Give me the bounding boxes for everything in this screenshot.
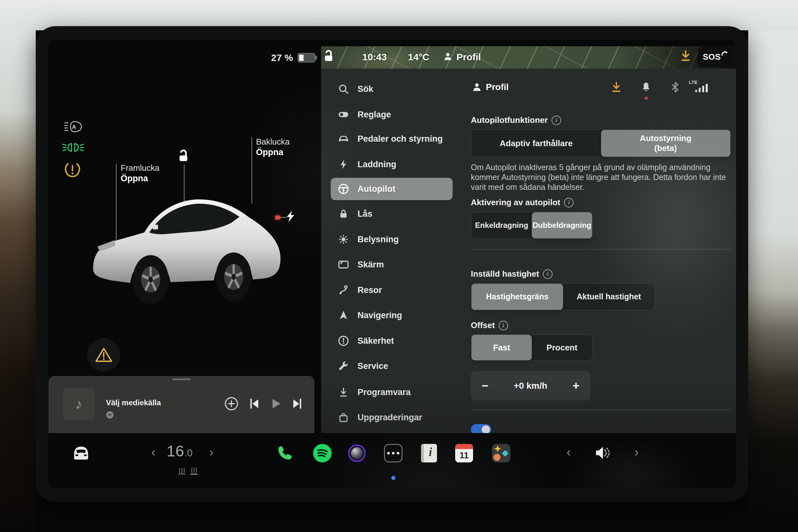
charge-callout-line: [280, 217, 287, 217]
media-player: ♪ Välj mediekälla: [49, 376, 315, 433]
info-icon[interactable]: i: [543, 269, 553, 279]
temp-value: 16: [167, 443, 184, 459]
temp-decimal: .0: [184, 448, 192, 459]
spotify-app-icon[interactable]: [312, 443, 332, 463]
section-title-aktivering: Aktivering av autopilot i: [471, 197, 574, 207]
previous-track-icon[interactable]: [248, 398, 261, 410]
wrench-icon: [338, 360, 349, 372]
outside-temperature: 14°C: [408, 52, 429, 62]
sidebar-item-reglage[interactable]: Reglage: [321, 103, 461, 126]
settings-panel: Sök Reglage Pedaler och styrning Laddnin…: [321, 69, 736, 433]
sidebar-item-las[interactable]: Lås: [321, 203, 461, 225]
bolt-icon: [338, 158, 349, 170]
album-art-placeholder[interactable]: ♪: [63, 388, 95, 420]
svg-text:A: A: [72, 124, 76, 130]
stepper-plus-button[interactable]: +: [573, 379, 580, 393]
notification-badge-dot: [645, 97, 648, 99]
battery-percent: 27 %: [240, 52, 293, 63]
add-circle-icon[interactable]: [224, 397, 239, 411]
sidebar-item-sok[interactable]: Sök: [321, 78, 461, 100]
parking-lights-icon: [62, 141, 84, 154]
manual-app-icon[interactable]: i: [421, 444, 437, 462]
sos-phone-icon: [721, 51, 728, 58]
warning-triangle-icon: [94, 347, 113, 363]
toggle-icon: [338, 109, 349, 120]
charge-port-light: [275, 215, 280, 220]
display-icon: [338, 259, 349, 270]
info-icon[interactable]: i: [499, 321, 508, 330]
calendar-app-icon[interactable]: 11: [455, 444, 473, 462]
sidebar-item-laddning[interactable]: Laddning: [321, 153, 461, 175]
segment-enkeldragning[interactable]: Enkeldragning: [472, 212, 532, 239]
camera-app-icon[interactable]: [347, 443, 367, 463]
battery-icon: [298, 53, 316, 62]
header-download-icon[interactable]: [610, 81, 623, 94]
sidebar-item-resor[interactable]: Resor: [321, 279, 461, 301]
volume-up-chevron[interactable]: ›: [634, 445, 639, 459]
info-icon[interactable]: i: [564, 198, 574, 207]
front-wheel: [133, 255, 169, 304]
sidebar-item-uppgraderingar[interactable]: Uppgraderingar: [321, 406, 461, 429]
media-source-button[interactable]: Välj mediekälla: [106, 398, 161, 407]
upgrades-bag-icon: [338, 412, 349, 423]
unlocked-icon: [323, 50, 334, 62]
sidebar-item-service[interactable]: Service: [321, 355, 461, 377]
sidebar-item-pedaler-och-styrning[interactable]: Pedaler och styrning: [321, 127, 461, 151]
tesla-touchscreen: 27 % 10:43 14°C Profil SOS: [48, 40, 736, 488]
bluetooth-icon[interactable]: [670, 81, 680, 94]
divider: [471, 249, 731, 250]
info-icon[interactable]: i: [552, 116, 561, 125]
safety-icon: [338, 335, 349, 347]
dashboard-wood-left: [0, 30, 36, 532]
defrost-rear-icon[interactable]: [190, 467, 198, 475]
weather-app-icon[interactable]: [492, 444, 510, 462]
sos-label: SOS: [703, 52, 721, 62]
rear-wheel: [216, 252, 251, 301]
phone-app-icon[interactable]: [277, 445, 293, 461]
divider: [471, 410, 731, 410]
temp-increase-chevron[interactable]: ›: [209, 445, 213, 459]
software-update-download-icon[interactable]: [679, 49, 692, 63]
brightness-icon: [338, 234, 349, 245]
play-icon[interactable]: [270, 398, 282, 410]
cabin-temperature-control[interactable]: 16.0: [167, 442, 192, 460]
media-drag-handle[interactable]: [172, 379, 191, 380]
stepper-minus-button[interactable]: −: [482, 379, 488, 393]
segment-hastighetsgrans[interactable]: Hastighetsgräns: [472, 284, 563, 310]
profile-person-icon[interactable]: [443, 52, 453, 61]
section-title-offset: Offset i: [471, 320, 508, 330]
warning-alerts-button[interactable]: [87, 338, 120, 372]
volume-speaker-icon[interactable]: [594, 445, 610, 460]
segment-autostyrning-beta[interactable]: Autostyrning (beta): [601, 130, 730, 157]
sidebar-item-sakerhet[interactable]: Säkerhet: [321, 330, 461, 352]
dock-car-controls-icon[interactable]: [71, 443, 91, 462]
defrost-front-icon[interactable]: [177, 467, 186, 475]
sidebar-item-navigering[interactable]: Navigering: [321, 304, 461, 326]
partially-visible-toggle[interactable]: [471, 424, 491, 433]
sos-button[interactable]: SOS: [698, 46, 733, 67]
sidebar-item-programvara[interactable]: Programvara: [321, 381, 461, 403]
spotify-mini-icon: [106, 411, 114, 419]
sidebar-item-belysning[interactable]: Belysning: [321, 228, 461, 250]
segment-adaptiv-farthallare[interactable]: Adaptiv farthållare: [472, 130, 601, 157]
more-apps-icon[interactable]: [384, 444, 402, 462]
temp-decrease-chevron[interactable]: ‹: [151, 445, 155, 459]
autopilot-mode-segmented-control: Adaptiv farthållare Autostyrning (beta): [471, 129, 731, 157]
notifications-bell-icon[interactable]: [640, 81, 652, 94]
dock-page-indicator: [391, 476, 396, 480]
sidebar-item-skarm[interactable]: Skärm: [321, 253, 461, 276]
sidebar-item-autopilot[interactable]: Autopilot: [321, 178, 461, 200]
trips-icon: [338, 284, 349, 296]
cabin-photo: 27 % 10:43 14°C Profil SOS: [0, 0, 798, 532]
driver-profile-label[interactable]: Profil: [456, 52, 481, 62]
charge-bolt-icon[interactable]: [287, 211, 294, 222]
tire-pressure-warning-icon: [64, 162, 81, 178]
auto-high-beam-icon: A: [63, 120, 83, 134]
lock-icon: [338, 208, 349, 220]
volume-down-chevron[interactable]: ‹: [567, 445, 571, 459]
segment-fast[interactable]: Fast: [472, 335, 532, 360]
next-track-icon[interactable]: [291, 398, 303, 410]
segment-dubbeldragning[interactable]: Dubbeldragning: [532, 212, 592, 239]
segment-procent[interactable]: Procent: [532, 335, 592, 360]
segment-aktuell-hastighet[interactable]: Aktuell hastighet: [563, 284, 655, 310]
